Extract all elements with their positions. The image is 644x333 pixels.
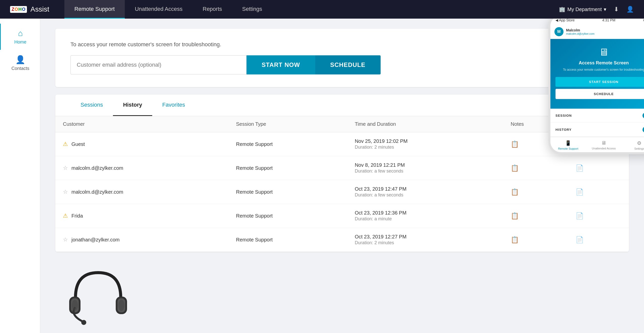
phone-header: M Malcolm malcolm.d@zylker.com ⊞ — [550, 25, 644, 39]
customer-name-0: Guest — [71, 141, 85, 147]
hero-section: To access your remote customer's screen … — [55, 29, 629, 87]
sidebar-item-home[interactable]: ⌂ Home — [0, 24, 40, 50]
customer-cell-1: ☆ malcolm.d@zylker.com — [55, 156, 228, 180]
phone-avatar: M — [554, 27, 564, 36]
phone-nav-remote-support[interactable]: 📱 Remote Support — [550, 140, 586, 150]
session-type-cell-4: Remote Support — [228, 228, 347, 252]
phone-battery: ⊕ 8% — [643, 19, 644, 22]
department-label: My Department — [567, 7, 602, 12]
phone-nav-settings-label: Settings — [634, 147, 644, 150]
contacts-icon: 👤 — [15, 55, 25, 64]
main-layout: ⌂ Home 👤 Contacts To access your remote … — [0, 19, 644, 333]
tab-sessions[interactable]: Sessions — [70, 95, 113, 116]
audit-cell-4: 📄 — [568, 228, 629, 252]
history-table: Customer Session Type Time and Duration … — [55, 116, 629, 252]
svg-point-6 — [118, 300, 125, 311]
notes-icon-2[interactable]: 📋 — [511, 188, 519, 196]
phone-start-session-button[interactable]: START SESSION — [555, 77, 644, 87]
top-navigation: Z O H O Assist Remote Support Unattended… — [0, 0, 644, 19]
user-profile-icon[interactable]: 👤 — [626, 6, 634, 13]
nav-tab-reports[interactable]: Reports — [193, 0, 232, 19]
phone-stat-session: SESSION 00 — [550, 109, 644, 123]
svg-rect-1 — [71, 298, 79, 312]
start-now-button[interactable]: START NOW — [247, 55, 315, 74]
table-row: ☆ malcolm.d@zylker.com Remote Support Oc… — [55, 180, 629, 204]
table-row: ⚠ Frida Remote Support Oct 23, 2019 12:3… — [55, 204, 629, 228]
time-cell-3: Oct 23, 2019 12:36 PM Duration: a minute — [347, 204, 503, 228]
audit-icon-4[interactable]: 📄 — [576, 236, 584, 243]
table-row: ☆ malcolm.d@zylker.com Remote Support No… — [55, 156, 629, 180]
phone-nav-settings[interactable]: ⚙ Settings — [622, 140, 644, 150]
sidebar: ⌂ Home 👤 Contacts — [0, 19, 40, 333]
table-row: ☆ jonathan@zylker.com Remote Support Oct… — [55, 228, 629, 252]
notes-cell-1: 📋 — [503, 156, 568, 180]
phone-stat-session-label: SESSION — [555, 114, 572, 117]
table-row: ⚠ Guest Remote Support Nov 25, 2019 12:0… — [55, 132, 629, 156]
phone-schedule-button[interactable]: SCHEDULE — [555, 89, 644, 99]
svg-point-5 — [72, 300, 78, 311]
nav-right: 🏢 My Department ▾ ⬇ 👤 — [559, 6, 634, 13]
phone-stat-history-label: HISTORY — [555, 128, 572, 132]
tab-favorites[interactable]: Favorites — [152, 95, 195, 116]
notes-cell-3: 📋 — [503, 204, 568, 228]
notes-icon-4[interactable]: 📋 — [511, 236, 519, 243]
department-selector[interactable]: 🏢 My Department ▾ — [559, 6, 606, 12]
app-name: Assist — [30, 5, 49, 13]
phone-nav-remote-label: Remote Support — [558, 147, 578, 150]
phone-stat-history-value: 15 — [642, 127, 644, 133]
time-cell-4: Oct 23, 2019 12:27 PM Duration: 2 minute… — [347, 228, 503, 252]
notes-cell-2: 📋 — [503, 180, 568, 204]
audit-cell-2: 📄 — [568, 180, 629, 204]
nav-tabs: Remote Support Unattended Access Reports… — [64, 0, 559, 19]
email-input[interactable] — [70, 55, 247, 74]
sidebar-item-home-label: Home — [14, 39, 26, 45]
time-cell-1: Nov 8, 2019 12:21 PM Duration: a few sec… — [347, 156, 503, 180]
logo-area: Z O H O Assist — [10, 5, 49, 13]
time-cell-0: Nov 25, 2019 12:02 PM Duration: 2 minute… — [347, 132, 503, 156]
nav-tab-unattended-access[interactable]: Unattended Access — [125, 0, 193, 19]
chevron-down-icon: ▾ — [604, 6, 606, 12]
col-session-type: Session Type — [228, 116, 347, 132]
audit-cell-3: 📄 — [568, 204, 629, 228]
phone-status-bar: ◀ App Store 4:31 PM ⊕ 8% — [550, 19, 644, 25]
customer-name-2: malcolm.d@zylker.com — [71, 189, 123, 195]
sidebar-item-contacts-label: Contacts — [11, 66, 29, 71]
logo-o: O — [15, 7, 18, 12]
table-section: Sessions History Favorites Customer Sess… — [55, 95, 629, 252]
phone-time: 4:31 PM — [602, 19, 615, 22]
sidebar-item-contacts[interactable]: 👤 Contacts — [0, 50, 40, 76]
logo-z: Z — [12, 7, 14, 12]
phone-bottom-nav: 📱 Remote Support 🖥 Unattended Access ⚙ S… — [550, 137, 644, 152]
star-icon: ☆ — [63, 165, 68, 171]
audit-icon-1[interactable]: 📄 — [576, 164, 584, 172]
phone-nav-unattended[interactable]: 🖥 Unattended Access — [586, 140, 621, 150]
download-icon[interactable]: ⬇ — [614, 6, 619, 13]
logo-o2: O — [22, 7, 25, 12]
time-cell-2: Oct 23, 2019 12:47 PM Duration: a few se… — [347, 180, 503, 204]
phone-hero: 🖥 Access Remote Screen To access your re… — [550, 39, 644, 109]
notes-icon-1[interactable]: 📋 — [511, 164, 519, 172]
audit-cell-1: 📄 — [568, 156, 629, 180]
customer-name-3: Frida — [71, 213, 83, 219]
nav-tab-settings[interactable]: Settings — [232, 0, 272, 19]
phone-nav-unattended-icon: 🖥 — [601, 140, 606, 146]
notes-icon-3[interactable]: 📋 — [511, 212, 519, 220]
session-type-cell-2: Remote Support — [228, 180, 347, 204]
audit-icon-3[interactable]: 📄 — [576, 212, 584, 220]
phone-stat-history: HISTORY 15 — [550, 123, 644, 137]
col-time-duration: Time and Duration — [347, 116, 503, 132]
col-customer: Customer — [55, 116, 228, 132]
tab-history[interactable]: History — [113, 95, 152, 116]
session-type-cell-0: Remote Support — [228, 132, 347, 156]
phone-hero-icon: 🖥 — [555, 47, 644, 58]
nav-tab-remote-support[interactable]: Remote Support — [64, 0, 125, 19]
customer-cell-2: ☆ malcolm.d@zylker.com — [55, 180, 228, 204]
home-icon: ⌂ — [18, 29, 23, 38]
notes-icon-0[interactable]: 📋 — [511, 140, 519, 148]
audit-icon-2[interactable]: 📄 — [576, 188, 584, 196]
schedule-button[interactable]: SCHEDULE — [315, 55, 381, 74]
svg-point-4 — [81, 320, 86, 325]
customer-cell-4: ☆ jonathan@zylker.com — [55, 228, 228, 252]
star-icon: ☆ — [63, 189, 68, 195]
warning-icon: ⚠ — [63, 141, 68, 147]
